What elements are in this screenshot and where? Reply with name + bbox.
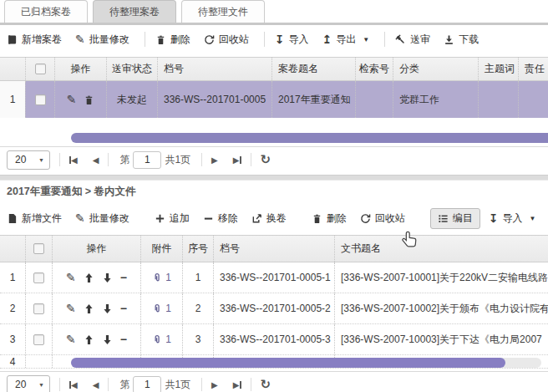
col-category[interactable]: 分类	[393, 58, 478, 80]
import-files-button[interactable]: ↧ 导入 ▼	[489, 211, 536, 226]
col-attachment[interactable]: 附件	[140, 236, 182, 262]
row-checkbox[interactable]	[33, 272, 44, 283]
delete-row-icon[interactable]	[84, 94, 94, 105]
new-file-button[interactable]: 新增文件	[7, 211, 62, 226]
export-volumes-button[interactable]: ↥ 导出 ▼	[322, 33, 369, 47]
first-page-button[interactable]: ◀	[69, 380, 78, 389]
recycle-bin-label: 回收站	[219, 33, 249, 47]
page-size-select[interactable]: 20 ▼	[7, 150, 50, 170]
volumes-hscrollbar	[0, 133, 548, 143]
page-number-input[interactable]: 1	[133, 151, 161, 169]
move-down-icon[interactable]	[102, 272, 113, 283]
batch-edit-files-button[interactable]: ✎ 批量修改	[75, 211, 129, 226]
rownum-header	[0, 58, 25, 80]
next-page-button[interactable]: ▶	[211, 380, 218, 389]
tab-pending-volumes[interactable]: 待整理案卷	[93, 0, 176, 23]
edit-icon[interactable]: ✎	[66, 303, 76, 314]
refresh-icon[interactable]: ↻	[261, 152, 271, 167]
row-checkbox-cell	[25, 293, 52, 323]
remove-row-icon[interactable]: −	[120, 303, 127, 314]
edit-icon[interactable]: ✎	[66, 272, 76, 283]
table-row[interactable]: 1 ✎ 未发起 336-WS--201701-0005 2017年重要通知 党群…	[0, 81, 548, 118]
move-up-icon[interactable]	[84, 272, 94, 283]
delete-volume-button[interactable]: 删除	[155, 33, 190, 47]
col-volume-title[interactable]: 案卷题名	[271, 58, 355, 80]
submit-review-label: 送审	[410, 33, 430, 47]
prev-triangle-icon: ◀	[71, 155, 78, 165]
last-page-bar-icon	[240, 156, 241, 164]
attachment-cell[interactable]: 1	[140, 324, 182, 354]
col-operation[interactable]: 操作	[52, 236, 140, 262]
prev-page-button[interactable]: ◀	[93, 155, 99, 165]
col-review-status[interactable]: 送审状态	[106, 58, 157, 80]
row-operations: ✎ −	[52, 324, 140, 354]
edit-icon[interactable]: ✎	[66, 333, 76, 345]
col-docno[interactable]: 档号	[213, 236, 334, 262]
delete-file-label: 删除	[327, 211, 347, 226]
remove-row-icon[interactable]: −	[120, 333, 127, 345]
page-number-input[interactable]: 1	[133, 376, 161, 392]
last-page-bar-icon	[240, 381, 241, 389]
table-row[interactable]: 1 ✎ − 1 1 336-WS--201701-0005-1 [336-WS-…	[0, 262, 548, 293]
table-row[interactable]: 3 ✎ − 1 3 336-WS--201701-0005-3 [336-WS-…	[0, 324, 548, 355]
attachment-count: 1	[165, 303, 171, 314]
scrollbar-thumb[interactable]	[71, 133, 548, 143]
page-total-label: 共1页	[165, 153, 190, 167]
pager-separator	[251, 153, 251, 166]
last-page-button[interactable]: ▶	[233, 155, 241, 165]
tab-pending-files[interactable]: 待整理文件	[181, 0, 265, 23]
download-volumes-button[interactable]: 下载	[444, 33, 479, 47]
next-triangle-icon: ▶	[233, 380, 240, 389]
move-down-icon[interactable]	[102, 303, 113, 314]
row-checkbox[interactable]	[33, 334, 44, 345]
import-volumes-button[interactable]: ↧ 导入	[275, 33, 309, 47]
catalog-button[interactable]: 编目	[430, 208, 480, 229]
refresh-icon[interactable]: ↻	[261, 377, 271, 392]
move-up-icon[interactable]	[84, 303, 94, 314]
new-volume-button[interactable]: 新增案卷	[7, 33, 62, 47]
col-search-no[interactable]: 检索号	[355, 58, 393, 80]
pager-separator	[251, 378, 251, 391]
tab-archived-volumes[interactable]: 已归档案卷	[4, 0, 88, 23]
pager-separator	[201, 378, 202, 391]
row-checkbox[interactable]	[35, 94, 46, 105]
last-page-button[interactable]: ▶	[233, 380, 241, 389]
trash-icon	[312, 213, 322, 224]
col-seq[interactable]: 序号	[182, 236, 213, 262]
col-doc-title[interactable]: 文书题名	[334, 236, 548, 262]
scrollbar-thumb[interactable]	[71, 358, 505, 368]
col-docno[interactable]: 档号	[157, 58, 271, 80]
append-button[interactable]: 追加	[155, 211, 190, 226]
minus-icon	[203, 213, 214, 224]
swap-volume-button[interactable]: 换卷	[251, 211, 287, 226]
delete-file-button[interactable]: 删除	[312, 211, 347, 226]
remove-button[interactable]: 移除	[203, 211, 238, 226]
edit-icon[interactable]: ✎	[67, 94, 77, 105]
paperclip-icon	[152, 334, 163, 345]
page-size-select[interactable]: 20 ▼	[7, 375, 50, 392]
docno-value: 336-WS--201701-0005	[157, 81, 271, 118]
move-down-icon[interactable]	[102, 334, 113, 345]
table-row[interactable]: 2 ✎ − 1 2 336-WS--201701-0005-2 [336-WS-…	[0, 293, 548, 324]
select-all-checkbox[interactable]	[35, 64, 46, 74]
prev-page-button[interactable]: ◀	[93, 380, 99, 389]
docno-value: 336-WS--201701-0005-2	[213, 293, 334, 323]
rownum-header	[0, 236, 25, 262]
submit-review-button[interactable]: 送审	[395, 33, 430, 47]
page-size-value: 20	[15, 379, 26, 390]
row-checkbox[interactable]	[33, 303, 44, 314]
attachment-cell[interactable]: 1	[140, 262, 182, 293]
recycle-bin-files-button[interactable]: 回收站	[360, 211, 405, 226]
move-up-icon[interactable]	[84, 334, 94, 345]
batch-edit-volumes-button[interactable]: ✎ 批量修改	[75, 33, 129, 47]
next-page-button[interactable]: ▶	[211, 155, 218, 165]
select-all-checkbox[interactable]	[33, 243, 44, 254]
first-page-button[interactable]: ◀	[69, 155, 78, 165]
remove-row-icon[interactable]: −	[120, 272, 127, 283]
recycle-bin-volumes-button[interactable]: 回收站	[204, 33, 249, 47]
col-responsible[interactable]: 责任	[518, 58, 548, 80]
col-operation[interactable]: 操作	[54, 58, 106, 80]
attachment-cell[interactable]: 1	[140, 293, 182, 323]
doc-title-value: [336-WS-2007-10002]关于颁布《电力设计院有	[334, 293, 548, 323]
col-keywords[interactable]: 主题词	[478, 58, 518, 80]
